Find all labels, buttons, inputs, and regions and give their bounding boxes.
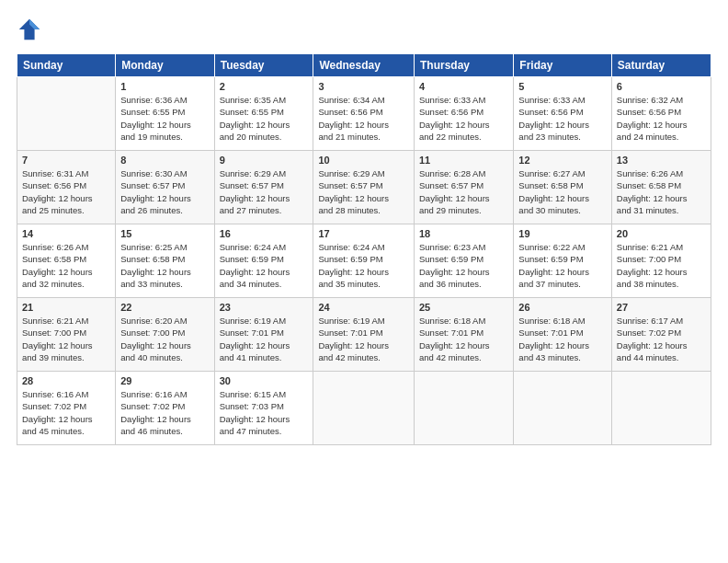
cell-info: Sunrise: 6:27 AM Sunset: 6:58 PM Dayligh… xyxy=(518,167,607,216)
calendar-cell: 17Sunrise: 6:24 AM Sunset: 6:59 PM Dayli… xyxy=(313,224,415,298)
cell-date: 22 xyxy=(120,302,209,313)
logo-icon xyxy=(17,17,42,42)
calendar-cell: 27Sunrise: 6:17 AM Sunset: 7:02 PM Dayli… xyxy=(611,298,711,372)
calendar-cell xyxy=(415,372,514,445)
calendar-cell: 10Sunrise: 6:29 AM Sunset: 6:57 PM Dayli… xyxy=(313,151,415,224)
calendar-cell: 23Sunrise: 6:19 AM Sunset: 7:01 PM Dayli… xyxy=(214,298,313,372)
cell-date: 12 xyxy=(518,155,607,166)
calendar-cell xyxy=(514,372,612,445)
cell-date: 16 xyxy=(220,228,309,239)
cell-date: 5 xyxy=(518,81,607,92)
cell-info: Sunrise: 6:31 AM Sunset: 6:56 PM Dayligh… xyxy=(22,167,110,216)
calendar-cell: 9Sunrise: 6:29 AM Sunset: 6:57 PM Daylig… xyxy=(214,151,313,224)
cell-info: Sunrise: 6:21 AM Sunset: 7:00 PM Dayligh… xyxy=(617,241,706,290)
cell-date: 14 xyxy=(22,228,110,239)
cell-info: Sunrise: 6:32 AM Sunset: 6:56 PM Dayligh… xyxy=(617,94,706,143)
calendar-cell: 24Sunrise: 6:19 AM Sunset: 7:01 PM Dayli… xyxy=(313,298,415,372)
cell-info: Sunrise: 6:20 AM Sunset: 7:00 PM Dayligh… xyxy=(120,315,209,363)
calendar-cell: 1Sunrise: 6:36 AM Sunset: 6:55 PM Daylig… xyxy=(116,77,214,151)
weekday-header: Wednesday xyxy=(313,54,415,77)
cell-date: 4 xyxy=(419,81,508,92)
logo xyxy=(17,17,46,42)
calendar-cell: 28Sunrise: 6:16 AM Sunset: 7:02 PM Dayli… xyxy=(17,372,116,445)
calendar-cell: 22Sunrise: 6:20 AM Sunset: 7:00 PM Dayli… xyxy=(116,298,214,372)
calendar-cell: 8Sunrise: 6:30 AM Sunset: 6:57 PM Daylig… xyxy=(116,151,214,224)
cell-date: 17 xyxy=(318,228,409,239)
weekday-header: Friday xyxy=(514,54,612,77)
calendar-cell xyxy=(611,372,711,445)
cell-date: 2 xyxy=(220,81,309,92)
weekday-header: Sunday xyxy=(17,54,116,77)
cell-info: Sunrise: 6:30 AM Sunset: 6:57 PM Dayligh… xyxy=(120,167,209,216)
calendar-cell: 14Sunrise: 6:26 AM Sunset: 6:58 PM Dayli… xyxy=(17,224,116,298)
calendar-cell: 7Sunrise: 6:31 AM Sunset: 6:56 PM Daylig… xyxy=(17,151,116,224)
cell-info: Sunrise: 6:19 AM Sunset: 7:01 PM Dayligh… xyxy=(220,315,309,363)
cell-info: Sunrise: 6:33 AM Sunset: 6:56 PM Dayligh… xyxy=(518,94,607,143)
cell-info: Sunrise: 6:28 AM Sunset: 6:57 PM Dayligh… xyxy=(419,167,508,216)
cell-date: 7 xyxy=(22,155,110,166)
calendar-cell: 25Sunrise: 6:18 AM Sunset: 7:01 PM Dayli… xyxy=(415,298,514,372)
calendar-cell: 19Sunrise: 6:22 AM Sunset: 6:59 PM Dayli… xyxy=(514,224,612,298)
cell-info: Sunrise: 6:29 AM Sunset: 6:57 PM Dayligh… xyxy=(220,167,309,216)
cell-date: 30 xyxy=(220,375,309,386)
calendar-cell: 3Sunrise: 6:34 AM Sunset: 6:56 PM Daylig… xyxy=(313,77,415,151)
calendar-cell: 18Sunrise: 6:23 AM Sunset: 6:59 PM Dayli… xyxy=(415,224,514,298)
cell-date: 15 xyxy=(120,228,209,239)
calendar-cell: 16Sunrise: 6:24 AM Sunset: 6:59 PM Dayli… xyxy=(214,224,313,298)
cell-info: Sunrise: 6:35 AM Sunset: 6:55 PM Dayligh… xyxy=(220,94,309,143)
cell-date: 29 xyxy=(120,375,209,386)
cell-info: Sunrise: 6:19 AM Sunset: 7:01 PM Dayligh… xyxy=(318,315,409,363)
calendar-cell: 13Sunrise: 6:26 AM Sunset: 6:58 PM Dayli… xyxy=(611,151,711,224)
cell-date: 10 xyxy=(318,155,409,166)
cell-info: Sunrise: 6:16 AM Sunset: 7:02 PM Dayligh… xyxy=(120,388,209,437)
calendar-cell: 15Sunrise: 6:25 AM Sunset: 6:58 PM Dayli… xyxy=(116,224,214,298)
cell-info: Sunrise: 6:33 AM Sunset: 6:56 PM Dayligh… xyxy=(419,94,508,143)
calendar-cell: 26Sunrise: 6:18 AM Sunset: 7:01 PM Dayli… xyxy=(514,298,612,372)
cell-info: Sunrise: 6:16 AM Sunset: 7:02 PM Dayligh… xyxy=(22,388,110,437)
calendar-cell xyxy=(17,77,116,151)
cell-info: Sunrise: 6:24 AM Sunset: 6:59 PM Dayligh… xyxy=(318,241,409,290)
cell-info: Sunrise: 6:22 AM Sunset: 6:59 PM Dayligh… xyxy=(518,241,607,290)
calendar-week-row: 28Sunrise: 6:16 AM Sunset: 7:02 PM Dayli… xyxy=(17,372,711,445)
cell-date: 8 xyxy=(120,155,209,166)
calendar-cell xyxy=(313,372,415,445)
cell-date: 24 xyxy=(318,302,409,313)
calendar-cell: 5Sunrise: 6:33 AM Sunset: 6:56 PM Daylig… xyxy=(514,77,612,151)
cell-info: Sunrise: 6:26 AM Sunset: 6:58 PM Dayligh… xyxy=(22,241,110,290)
cell-date: 6 xyxy=(617,81,706,92)
weekday-header: Monday xyxy=(116,54,214,77)
cell-info: Sunrise: 6:21 AM Sunset: 7:00 PM Dayligh… xyxy=(22,315,110,363)
cell-info: Sunrise: 6:25 AM Sunset: 6:58 PM Dayligh… xyxy=(120,241,209,290)
calendar-week-row: 14Sunrise: 6:26 AM Sunset: 6:58 PM Dayli… xyxy=(17,224,711,298)
cell-date: 19 xyxy=(518,228,607,239)
weekday-header: Thursday xyxy=(415,54,514,77)
cell-info: Sunrise: 6:18 AM Sunset: 7:01 PM Dayligh… xyxy=(518,315,607,363)
calendar-cell: 20Sunrise: 6:21 AM Sunset: 7:00 PM Dayli… xyxy=(611,224,711,298)
weekday-header: Saturday xyxy=(611,54,711,77)
header xyxy=(17,17,711,42)
cell-date: 18 xyxy=(419,228,508,239)
cell-date: 1 xyxy=(120,81,209,92)
weekday-header: Tuesday xyxy=(214,54,313,77)
cell-info: Sunrise: 6:24 AM Sunset: 6:59 PM Dayligh… xyxy=(220,241,309,290)
calendar-week-row: 7Sunrise: 6:31 AM Sunset: 6:56 PM Daylig… xyxy=(17,151,711,224)
cell-date: 27 xyxy=(617,302,706,313)
cell-date: 21 xyxy=(22,302,110,313)
cell-date: 9 xyxy=(220,155,309,166)
cell-info: Sunrise: 6:36 AM Sunset: 6:55 PM Dayligh… xyxy=(120,94,209,143)
calendar-week-row: 21Sunrise: 6:21 AM Sunset: 7:00 PM Dayli… xyxy=(17,298,711,372)
cell-info: Sunrise: 6:15 AM Sunset: 7:03 PM Dayligh… xyxy=(220,388,309,437)
calendar-header-row: SundayMondayTuesdayWednesdayThursdayFrid… xyxy=(17,54,711,77)
cell-date: 28 xyxy=(22,375,110,386)
cell-date: 25 xyxy=(419,302,508,313)
calendar-cell: 12Sunrise: 6:27 AM Sunset: 6:58 PM Dayli… xyxy=(514,151,612,224)
calendar-cell: 29Sunrise: 6:16 AM Sunset: 7:02 PM Dayli… xyxy=(116,372,214,445)
page: SundayMondayTuesdayWednesdayThursdayFrid… xyxy=(0,0,728,454)
calendar-week-row: 1Sunrise: 6:36 AM Sunset: 6:55 PM Daylig… xyxy=(17,77,711,151)
calendar-cell: 21Sunrise: 6:21 AM Sunset: 7:00 PM Dayli… xyxy=(17,298,116,372)
cell-info: Sunrise: 6:26 AM Sunset: 6:58 PM Dayligh… xyxy=(617,167,706,216)
calendar-cell: 11Sunrise: 6:28 AM Sunset: 6:57 PM Dayli… xyxy=(415,151,514,224)
cell-date: 13 xyxy=(617,155,706,166)
calendar-cell: 2Sunrise: 6:35 AM Sunset: 6:55 PM Daylig… xyxy=(214,77,313,151)
cell-date: 23 xyxy=(220,302,309,313)
